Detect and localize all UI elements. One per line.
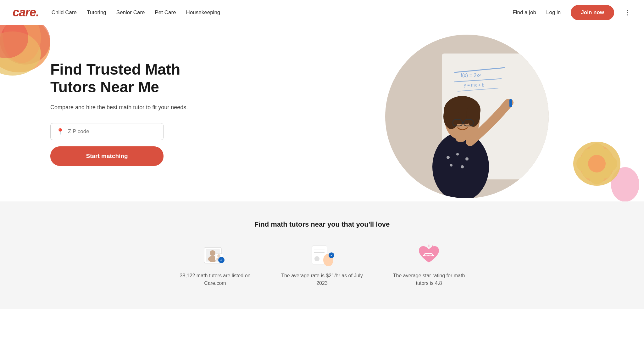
svg-text:✓: ✓ <box>220 258 223 262</box>
stats-headline: Find math tutors near you that you'll lo… <box>13 220 631 229</box>
svg-text:y = mx + b: y = mx + b <box>464 82 485 88</box>
stats-grid: ✓ 38,122 math tutors are listed on Care.… <box>13 244 631 287</box>
stats-section: Find math tutors near you that you'll lo… <box>0 201 644 309</box>
tutors-count-icon: ✓ <box>203 244 228 266</box>
hero-section: Find Trusted Math Tutors Near Me Compare… <box>0 25 644 201</box>
start-matching-button[interactable]: Start matching <box>50 146 164 166</box>
nav-link-housekeeping[interactable]: Housekeeping <box>186 9 220 16</box>
avg-rating-icon <box>416 244 441 266</box>
navbar: care. Child Care Tutoring Senior Care Pe… <box>0 0 644 25</box>
decor-bottom-right-blob <box>569 138 625 195</box>
hero-title: Find Trusted Math Tutors Near Me <box>50 61 220 95</box>
svg-point-26 <box>504 99 514 106</box>
nav-link-child-care[interactable]: Child Care <box>52 9 77 16</box>
zip-input[interactable] <box>68 128 158 135</box>
nav-link-tutoring[interactable]: Tutoring <box>87 9 106 16</box>
hero-image-wrap: f(x) = 2x² y = mx + b <box>290 25 644 201</box>
svg-rect-27 <box>509 99 512 107</box>
stat-item-tutors-count: ✓ 38,122 math tutors are listed on Care.… <box>174 244 256 287</box>
hero-subtitle: Compare and hire the best math tutor to … <box>50 103 220 112</box>
svg-point-12 <box>432 132 489 198</box>
svg-text:f(x) = 2x²: f(x) = 2x² <box>461 73 481 78</box>
stat-item-avg-rating: The average star rating for math tutors … <box>388 244 470 287</box>
hero-image-circle: f(x) = 2x² y = mx + b <box>385 35 549 198</box>
stat-text-avg-rating: The average star rating for math tutors … <box>388 272 470 287</box>
log-in-link[interactable]: Log in <box>546 9 561 16</box>
hero-content: Find Trusted Math Tutors Near Me Compare… <box>50 61 220 166</box>
stat-item-avg-rate: ✓ The average rate is $21/hr as of July … <box>281 244 363 287</box>
nav-link-senior-care[interactable]: Senior Care <box>116 9 145 16</box>
svg-point-38 <box>588 155 606 172</box>
nav-link-pet-care[interactable]: Pet Care <box>155 9 176 16</box>
svg-point-14 <box>456 153 459 155</box>
svg-point-13 <box>447 156 450 159</box>
avg-rate-icon: ✓ <box>309 244 335 266</box>
find-job-link[interactable]: Find a job <box>513 9 536 16</box>
more-menu-icon[interactable]: ⋮ <box>624 8 631 17</box>
nav-right: Find a job Log in Join now ⋮ <box>513 5 631 20</box>
location-icon: 📍 <box>56 128 64 135</box>
zip-input-container: 📍 <box>50 123 164 140</box>
join-now-button[interactable]: Join now <box>571 5 614 20</box>
stat-text-tutors-count: 38,122 math tutors are listed on Care.co… <box>174 272 256 287</box>
svg-point-16 <box>450 164 452 167</box>
svg-point-21 <box>443 104 459 129</box>
svg-point-45 <box>217 254 220 257</box>
svg-point-17 <box>461 165 464 168</box>
svg-rect-55 <box>326 255 328 262</box>
svg-point-42 <box>210 250 215 256</box>
svg-point-53 <box>314 256 319 261</box>
svg-text:✓: ✓ <box>330 254 333 257</box>
stat-text-avg-rate: The average rate is $21/hr as of July 20… <box>281 272 363 287</box>
nav-links: Child Care Tutoring Senior Care Pet Care… <box>52 9 513 16</box>
logo[interactable]: care. <box>13 6 39 19</box>
svg-point-15 <box>465 157 469 161</box>
